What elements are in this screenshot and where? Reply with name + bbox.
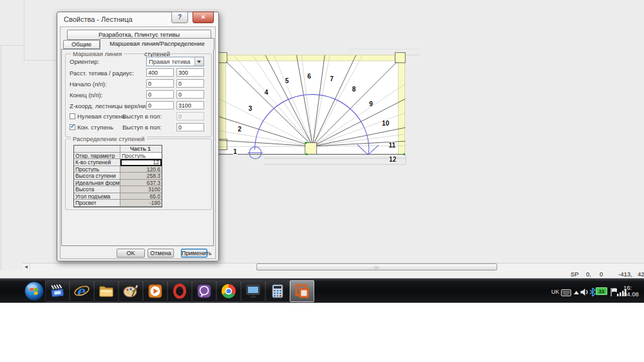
row-label: Просвет [74, 200, 120, 207]
horizontal-scrollbar[interactable]: ◀ ||| [23, 263, 644, 271]
scroll-left-arrow-icon[interactable]: ◀ [23, 263, 30, 271]
table-row[interactable]: К-во ступеней 12 [74, 159, 162, 166]
row-value: -190 [120, 200, 162, 207]
floor-offset-label-2: Выступ в пол: [122, 124, 162, 131]
row-value: 120.6 [120, 166, 162, 173]
end-input-2[interactable] [176, 90, 204, 99]
panel-divider [0, 45, 24, 46]
taskbar-item-file-explorer[interactable] [94, 280, 118, 302]
apply-button[interactable]: Применить [181, 249, 207, 258]
row-value[interactable]: Проступь [120, 153, 162, 160]
row-label: Проступь [74, 166, 120, 173]
row-value: 65.0 [120, 193, 162, 200]
ok-button[interactable]: OK [117, 249, 145, 258]
stringer-dist-label: Расст. тетива / радиус: [70, 70, 134, 77]
table-row[interactable]: Просвет -190 [74, 200, 162, 207]
cursor-x: 0, [586, 271, 591, 278]
step-label: 7 [330, 75, 334, 82]
row-label: К-во ступеней [74, 159, 120, 166]
end-label: Конец (п/п): [70, 91, 102, 99]
folder-icon [98, 283, 115, 300]
taskbar-item-media-player-2[interactable] [143, 280, 167, 302]
start-button[interactable] [24, 281, 44, 301]
show-hidden-icons-arrow[interactable] [573, 290, 580, 295]
tab-march-line-distribution[interactable]: Маршевая линия/Распределение ступеней [100, 38, 214, 50]
calculator-icon [269, 283, 286, 300]
close-button[interactable]: × [193, 12, 214, 23]
dialog-client-area: Разработка, Плинтус тетивы Общие Маршева… [60, 26, 216, 259]
row-label: Угол подъема [74, 193, 120, 200]
abs-x: -413, [618, 271, 632, 278]
base-lines [218, 155, 406, 165]
start-input-1[interactable] [146, 79, 174, 88]
speaker-icon[interactable] [580, 288, 589, 296]
zero-step-checkbox[interactable] [70, 113, 75, 119]
taskbar-item-viber[interactable] [192, 280, 216, 302]
taskbar-item-media-player[interactable] [45, 280, 70, 302]
row-value: 637.3 [120, 180, 162, 187]
media-player-icon [49, 283, 66, 300]
play-button-icon [147, 283, 164, 300]
table-row[interactable]: Высота ступени 258.3 [74, 173, 162, 180]
final-step-label: Кон. ступень [77, 124, 113, 131]
language-indicator[interactable]: UK [551, 289, 560, 295]
z-coord-input-2[interactable] [176, 101, 204, 110]
screen: 1 2 3 4 5 6 7 8 9 10 11 12 Свойства - Ле… [0, 0, 644, 362]
row-label: Высота [74, 186, 120, 193]
table-row[interactable]: Высота 3100 [74, 186, 162, 193]
help-button[interactable]: ? [171, 12, 188, 23]
bluetooth-icon[interactable] [589, 287, 596, 297]
start-input-2[interactable] [176, 79, 204, 88]
cad-app-icon [294, 283, 310, 300]
svg-text:e: e [77, 283, 86, 299]
windows-logo-icon [24, 281, 44, 301]
group-label: Маршевая линия [71, 50, 124, 57]
row-value: 258.3 [120, 173, 162, 180]
table-header-row: Часть 1 [74, 146, 162, 153]
table-row[interactable]: Проступь 120.6 [74, 166, 162, 173]
row-label: Идеальная формул [74, 180, 120, 187]
step-label: 3 [249, 105, 252, 112]
start-label: Начало (п/п): [70, 81, 107, 88]
stringer-dist-input-1[interactable] [146, 68, 174, 77]
end-input-1[interactable] [146, 90, 174, 99]
z-coord-label: Z-коорд. лестницы верх/низ: [70, 102, 150, 110]
row-value-selected[interactable]: 12 [120, 159, 162, 166]
scrollbar-thumb[interactable]: ||| [256, 263, 497, 271]
column-header: Часть 1 [120, 146, 162, 153]
chrome-icon [220, 283, 237, 300]
tab-general[interactable]: Общие [63, 40, 100, 49]
taskbar-item-internet-explorer[interactable]: e [70, 280, 94, 302]
cancel-button[interactable]: Отмена [147, 249, 174, 258]
stringer-dist-input-2[interactable] [176, 68, 204, 77]
orientation-select[interactable]: Правая тетива [146, 57, 204, 66]
taskbar-item-display[interactable] [241, 280, 265, 302]
step-label: 5 [285, 77, 289, 84]
keyboard-icon[interactable] [561, 289, 571, 297]
taskbar-item-paint[interactable] [118, 280, 143, 302]
monitor-icon [245, 283, 261, 300]
abs-y: 42 [638, 271, 644, 278]
step-label: 11 [389, 142, 396, 149]
step-label: 8 [352, 86, 356, 93]
table-row[interactable]: Идеальная формул 637.3 [74, 180, 162, 187]
chevron-down-icon[interactable] [194, 57, 204, 66]
floor-offset-input-2[interactable] [176, 123, 204, 131]
taskbar-item-calculator[interactable] [265, 280, 290, 302]
taskbar-item-chrome[interactable] [216, 280, 241, 302]
table-row[interactable]: Откр. параметр Проступь [74, 153, 162, 160]
table-row[interactable]: Угол подъема 65.0 [74, 193, 162, 200]
step-label: 9 [369, 100, 373, 108]
final-step-checkbox[interactable] [70, 124, 75, 130]
z-coord-input-1[interactable] [146, 101, 174, 110]
internet-explorer-icon: e [73, 283, 90, 300]
post-top-right [395, 53, 406, 63]
taskbar-clock[interactable]: 16: 04.08 [623, 285, 639, 298]
battery-indicator[interactable]: 33 [596, 287, 607, 295]
drawing-canvas[interactable]: 1 2 3 4 5 6 7 8 9 10 11 12 [213, 45, 483, 206]
taskbar-item-cad-app[interactable] [290, 280, 314, 302]
march-line-group: Маршевая линия Ориентир: Правая тетива Р… [65, 53, 212, 137]
step-label: 10 [382, 120, 390, 127]
taskbar-item-opera[interactable] [167, 280, 192, 302]
floor-offset-label-1: Выступ в пол: [122, 113, 162, 120]
